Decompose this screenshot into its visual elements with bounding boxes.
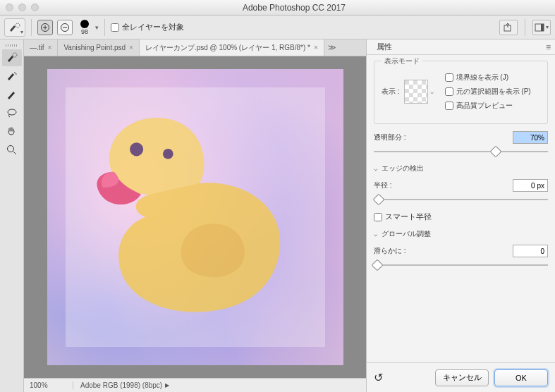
share-icon bbox=[504, 23, 513, 32]
doc-info[interactable]: Adobe RGB (1998) (8bpc) ▶ bbox=[73, 381, 169, 389]
refine-edge-brush-tool[interactable] bbox=[2, 68, 22, 85]
plus-circle-icon bbox=[40, 23, 50, 32]
magnifier-icon bbox=[6, 144, 18, 155]
show-edge-checkbox[interactable]: 境界線を表示 (J) bbox=[445, 73, 531, 82]
show-label: 表示 : bbox=[382, 87, 400, 97]
transparency-input[interactable] bbox=[513, 131, 548, 144]
svg-point-8 bbox=[7, 146, 13, 152]
tab-overflow-button[interactable]: ≫ bbox=[324, 39, 340, 56]
subtract-from-selection-button[interactable] bbox=[57, 20, 73, 35]
chevron-down-icon: ▾ bbox=[95, 24, 99, 31]
status-bar: 100% Adobe RGB (1998) (8bpc) ▶ bbox=[24, 378, 366, 392]
brush-edge-icon bbox=[6, 71, 18, 82]
chevron-down-icon: ⌵ bbox=[374, 165, 377, 172]
canvas[interactable] bbox=[47, 69, 343, 365]
panel-header: 属性 ≡ bbox=[367, 39, 555, 55]
duck-layer bbox=[83, 104, 307, 329]
document-tab[interactable]: —.tif× bbox=[24, 39, 58, 56]
svg-rect-5 bbox=[541, 24, 544, 31]
global-refinements-header[interactable]: ⌵グローバル調整 bbox=[374, 229, 548, 239]
svg-point-0 bbox=[16, 23, 20, 27]
current-tool-button[interactable]: ▾ bbox=[4, 18, 25, 37]
radius-slider[interactable] bbox=[374, 195, 548, 204]
close-tab-icon[interactable]: × bbox=[129, 44, 133, 51]
high-quality-preview-checkbox[interactable]: 高品質プレビュー bbox=[445, 101, 531, 111]
reset-button[interactable]: ↺ bbox=[374, 371, 383, 384]
zoom-field[interactable]: 100% bbox=[24, 381, 73, 389]
minimize-window[interactable] bbox=[18, 4, 26, 11]
brush-size-label: 98 bbox=[81, 28, 88, 35]
document-area: —.tif× Vanishing Point.psd× レイヤーカンプ.psd … bbox=[24, 39, 366, 392]
svg-point-7 bbox=[8, 109, 16, 115]
transparency-label: 透明部分 : bbox=[374, 133, 406, 142]
panel-grip[interactable] bbox=[0, 42, 23, 48]
options-bar: ▾ 98 ▾ 全レイヤーを対象 ▾ bbox=[0, 16, 555, 39]
group-title: 表示モード bbox=[382, 56, 422, 66]
quick-select-icon bbox=[8, 23, 21, 32]
share-button[interactable] bbox=[499, 20, 518, 35]
hand-tool[interactable] bbox=[2, 123, 22, 140]
quick-selection-tool[interactable] bbox=[2, 49, 22, 66]
zoom-window[interactable] bbox=[31, 4, 39, 11]
panel-footer: ↺ キャンセル OK bbox=[367, 362, 555, 392]
minus-circle-icon bbox=[60, 23, 70, 32]
workspace-button[interactable]: ▾ bbox=[532, 20, 551, 35]
brush-preview[interactable]: 98 ▾ bbox=[77, 20, 99, 35]
svg-point-10 bbox=[163, 149, 173, 159]
chevron-down-icon: ⌵ bbox=[374, 231, 377, 238]
svg-point-6 bbox=[13, 53, 17, 57]
close-tab-icon[interactable]: × bbox=[48, 44, 52, 51]
smart-radius-checkbox[interactable]: スマート半径 bbox=[374, 212, 548, 222]
canvas-viewport[interactable] bbox=[24, 56, 366, 378]
transparency-slider[interactable] bbox=[374, 147, 548, 157]
tools-panel bbox=[0, 39, 24, 392]
radius-input[interactable] bbox=[513, 179, 548, 192]
smooth-slider[interactable] bbox=[374, 260, 548, 270]
hand-icon bbox=[6, 125, 18, 137]
document-tab[interactable]: レイヤーカンプ.psd @ 100% (レイヤー 1, RGB/8*) *× bbox=[140, 39, 324, 56]
quick-select-icon bbox=[6, 52, 18, 63]
lasso-tool[interactable] bbox=[2, 104, 22, 121]
add-to-selection-button[interactable] bbox=[37, 20, 53, 35]
view-swatch[interactable] bbox=[404, 80, 428, 104]
sample-all-layers-label: 全レイヤーを対象 bbox=[122, 22, 184, 32]
chevron-right-icon: ▶ bbox=[165, 382, 169, 388]
panel-layout-icon bbox=[535, 23, 544, 32]
sample-all-layers-checkbox[interactable]: 全レイヤーを対象 bbox=[111, 22, 184, 32]
smooth-label: 滑らかに : bbox=[374, 246, 406, 256]
panel-tab[interactable]: 属性 bbox=[371, 40, 398, 54]
panel-menu-button[interactable]: ≡ bbox=[546, 42, 551, 52]
brush-icon bbox=[6, 89, 18, 100]
svg-point-9 bbox=[130, 143, 143, 157]
brush-dot-icon bbox=[80, 20, 89, 28]
edge-detection-header[interactable]: ⌵エッジの検出 bbox=[374, 164, 548, 173]
display-mode-group: 表示モード 表示 : ⌵ 境界線を表示 (J) 元の選択範囲を表示 (P) 高品… bbox=[374, 61, 548, 124]
smooth-field: 滑らかに : bbox=[374, 245, 548, 257]
close-window[interactable] bbox=[6, 4, 13, 11]
radius-label: 半径 : bbox=[374, 180, 392, 190]
panel-body[interactable]: 表示モード 表示 : ⌵ 境界線を表示 (J) 元の選択範囲を表示 (P) 高品… bbox=[367, 55, 555, 362]
ok-button[interactable]: OK bbox=[494, 369, 548, 386]
close-tab-icon[interactable]: × bbox=[314, 44, 318, 51]
chevron-down-icon[interactable]: ⌵ bbox=[430, 88, 434, 95]
window-controls bbox=[6, 4, 39, 11]
cancel-button[interactable]: キャンセル bbox=[435, 369, 489, 386]
properties-panel: 属性 ≡ 表示モード 表示 : ⌵ 境界線を表示 (J) 元の選択範囲を表示 (… bbox=[366, 39, 555, 392]
radius-field: 半径 : bbox=[374, 179, 548, 192]
document-tabs: —.tif× Vanishing Point.psd× レイヤーカンプ.psd … bbox=[24, 39, 366, 56]
titlebar: Adobe Photoshop CC 2017 bbox=[0, 0, 555, 16]
brush-tool[interactable] bbox=[2, 86, 22, 103]
lasso-icon bbox=[6, 107, 18, 118]
app-title: Adobe Photoshop CC 2017 bbox=[39, 3, 549, 13]
document-tab[interactable]: Vanishing Point.psd× bbox=[58, 39, 140, 56]
smooth-input[interactable] bbox=[513, 245, 548, 257]
transparency-field: 透明部分 : bbox=[374, 131, 548, 144]
zoom-tool[interactable] bbox=[2, 141, 22, 158]
show-original-checkbox[interactable]: 元の選択範囲を表示 (P) bbox=[445, 87, 531, 97]
